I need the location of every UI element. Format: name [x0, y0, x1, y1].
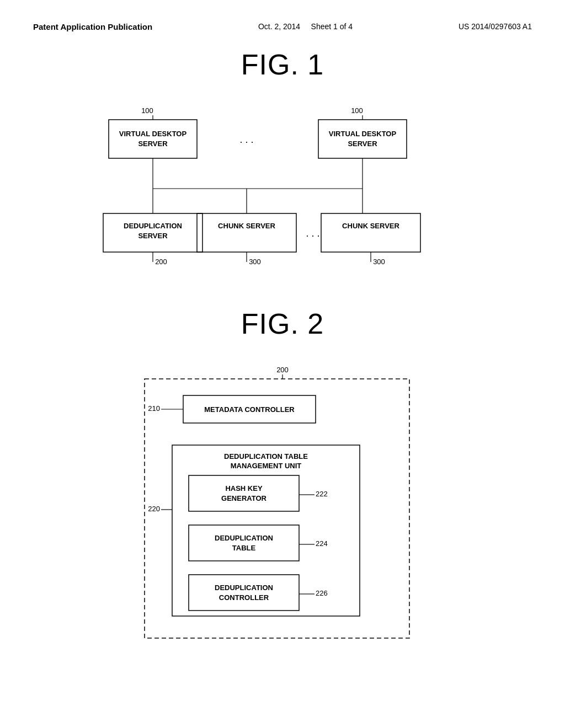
chunk1-box: [197, 213, 296, 252]
fig2-title: FIG. 2: [33, 307, 532, 340]
top-ellipsis: . . .: [239, 134, 253, 145]
metadata-id: 210: [148, 404, 160, 413]
header-patent-number: US 2014/0297603 A1: [459, 22, 532, 31]
mgmt-id: 220: [148, 505, 160, 513]
header-publication-label: Patent Application Publication: [33, 22, 152, 31]
dedup-id: 200: [155, 258, 167, 266]
dedup-ctrl-id: 226: [316, 589, 328, 597]
dedup-label2: SERVER: [138, 232, 168, 240]
chunk1-label1: CHUNK SERVER: [218, 222, 275, 230]
vds2-box: [318, 120, 407, 158]
hash-key-id: 222: [316, 490, 328, 498]
dedup-table-label2: TABLE: [232, 544, 256, 552]
chunk2-id: 300: [373, 258, 385, 266]
outer-id: 200: [276, 366, 289, 374]
metadata-label: METADATA CONTROLLER: [204, 405, 295, 414]
chunk1-id: 300: [249, 258, 261, 266]
header-date-sheet: Oct. 2, 2014 Sheet 1 of 4: [258, 22, 353, 31]
vds1-label: VIRTUAL DESKTOP: [119, 130, 187, 138]
dedup-ctrl-label1: DEDUPLICATION: [215, 584, 273, 592]
dedup-table-id: 224: [316, 539, 328, 548]
page: Patent Application Publication Oct. 2, 2…: [0, 0, 565, 728]
dedup-label1: DEDUPLICATION: [124, 222, 182, 230]
vds1-id: 100: [141, 106, 153, 115]
header: Patent Application Publication Oct. 2, 2…: [33, 22, 532, 31]
fig1-diagram: VIRTUAL DESKTOP SERVER 100 . . . VIRTUAL…: [33, 98, 532, 291]
fig1-svg: VIRTUAL DESKTOP SERVER 100 . . . VIRTUAL…: [76, 98, 489, 291]
header-date: Oct. 2, 2014: [258, 22, 300, 31]
dedup-table-label1: DEDUPLICATION: [215, 534, 273, 542]
vds2-label: VIRTUAL DESKTOP: [329, 130, 397, 138]
fig2-diagram: 200 METADATA CONTROLLER 210 DEDUPLICATIO…: [33, 357, 532, 649]
header-sheet: Sheet 1 of 4: [311, 22, 353, 31]
vds1-label2: SERVER: [138, 140, 168, 148]
dedup-table-box: [189, 525, 299, 561]
vds2-id: 100: [351, 106, 363, 115]
chunk2-box: [321, 213, 420, 252]
hash-key-label1: HASH KEY: [225, 484, 263, 493]
dedup-ctrl-box: [189, 575, 299, 611]
dedup-mgmt-label2: MANAGEMENT UNIT: [231, 462, 302, 470]
outer-box-200: [145, 379, 409, 638]
hash-key-box: [189, 475, 299, 511]
dedup-mgmt-label1: DEDUPLICATION TABLE: [224, 452, 308, 461]
vds1-box: [109, 120, 197, 158]
bottom-ellipsis: . . .: [306, 228, 319, 239]
dedup-ctrl-label2: CONTROLLER: [219, 593, 269, 602]
fig2-svg: 200 METADATA CONTROLLER 210 DEDUPLICATIO…: [111, 357, 454, 649]
chunk2-label1: CHUNK SERVER: [342, 222, 399, 230]
fig1-title: FIG. 1: [33, 48, 532, 81]
vds2-label2: SERVER: [348, 140, 377, 148]
hash-key-label2: GENERATOR: [221, 494, 266, 502]
